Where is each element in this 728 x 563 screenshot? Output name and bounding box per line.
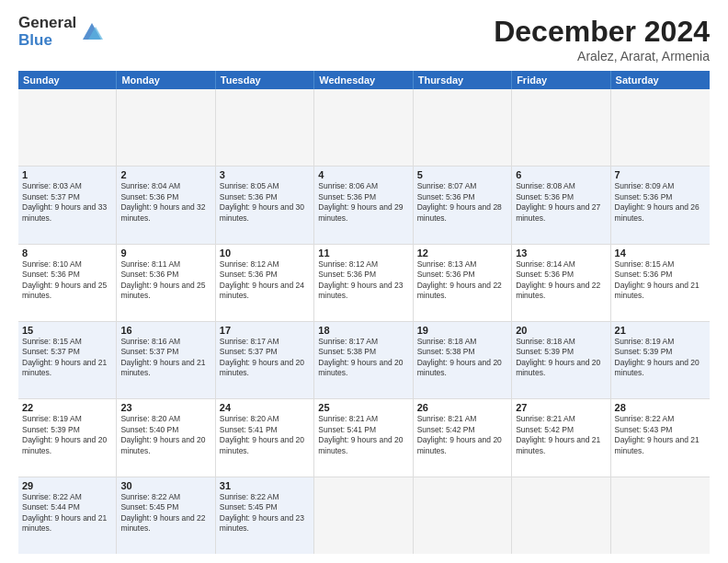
cell-info: Sunrise: 8:12 AMSunset: 5:36 PMDaylight:… [318, 259, 408, 302]
cell-info: Sunrise: 8:18 AMSunset: 5:39 PMDaylight:… [516, 337, 606, 379]
day-number: 31 [220, 480, 310, 491]
cell-info: Sunrise: 8:16 AMSunset: 5:37 PMDaylight:… [120, 337, 210, 379]
calendar-cell [117, 89, 215, 166]
day-number: 15 [22, 325, 112, 336]
cell-info: Sunrise: 8:09 AMSunset: 5:36 PMDaylight:… [615, 181, 706, 224]
cell-info: Sunrise: 8:08 AMSunset: 5:36 PMDaylight:… [516, 181, 606, 224]
header-friday: Friday [512, 71, 610, 89]
cell-info: Sunrise: 8:11 AMSunset: 5:36 PMDaylight:… [120, 259, 210, 302]
logo-text: General Blue [18, 15, 76, 49]
subtitle: Aralez, Ararat, Armenia [494, 49, 710, 63]
day-number: 17 [220, 325, 310, 336]
day-number: 28 [615, 402, 706, 413]
calendar-cell: 7Sunrise: 8:09 AMSunset: 5:36 PMDaylight… [611, 167, 710, 243]
calendar-week-4: 22Sunrise: 8:19 AMSunset: 5:39 PMDayligh… [18, 399, 710, 477]
cell-info: Sunrise: 8:22 AMSunset: 5:44 PMDaylight:… [22, 492, 112, 534]
calendar-cell: 28Sunrise: 8:22 AMSunset: 5:43 PMDayligh… [611, 399, 710, 476]
calendar-cell: 11Sunrise: 8:12 AMSunset: 5:36 PMDayligh… [314, 245, 413, 321]
calendar-cell: 30Sunrise: 8:22 AMSunset: 5:45 PMDayligh… [117, 477, 215, 554]
day-number: 29 [22, 480, 112, 491]
header-thursday: Thursday [414, 71, 512, 89]
cell-info: Sunrise: 8:17 AMSunset: 5:38 PMDaylight:… [318, 337, 408, 379]
logo-icon [79, 19, 105, 47]
day-number: 11 [318, 247, 408, 259]
calendar-week-1: 1Sunrise: 8:03 AMSunset: 5:37 PMDaylight… [18, 167, 710, 244]
day-number: 19 [417, 325, 507, 336]
cell-info: Sunrise: 8:12 AMSunset: 5:36 PMDaylight:… [220, 259, 310, 302]
day-number: 16 [120, 325, 210, 336]
day-number: 21 [615, 325, 706, 336]
day-number: 24 [220, 402, 310, 413]
day-number: 18 [318, 325, 408, 336]
day-number: 9 [120, 247, 210, 259]
calendar-cell: 14Sunrise: 8:15 AMSunset: 5:36 PMDayligh… [611, 245, 710, 321]
cell-info: Sunrise: 8:05 AMSunset: 5:36 PMDaylight:… [220, 181, 310, 224]
cell-info: Sunrise: 8:07 AMSunset: 5:36 PMDaylight:… [417, 181, 507, 224]
day-number: 22 [22, 402, 112, 413]
calendar-cell: 24Sunrise: 8:20 AMSunset: 5:41 PMDayligh… [216, 399, 314, 476]
calendar-cell: 9Sunrise: 8:11 AMSunset: 5:36 PMDaylight… [117, 245, 215, 321]
day-number: 23 [120, 402, 210, 413]
calendar-week-5: 29Sunrise: 8:22 AMSunset: 5:44 PMDayligh… [18, 477, 710, 554]
cell-info: Sunrise: 8:17 AMSunset: 5:37 PMDaylight:… [220, 337, 310, 379]
calendar-cell: 20Sunrise: 8:18 AMSunset: 5:39 PMDayligh… [512, 322, 610, 398]
day-number: 5 [417, 169, 507, 180]
cell-info: Sunrise: 8:20 AMSunset: 5:40 PMDaylight:… [120, 414, 210, 456]
calendar-cell: 26Sunrise: 8:21 AMSunset: 5:42 PMDayligh… [414, 399, 512, 476]
cell-info: Sunrise: 8:22 AMSunset: 5:45 PMDaylight:… [220, 492, 310, 534]
calendar-cell: 2Sunrise: 8:04 AMSunset: 5:36 PMDaylight… [117, 167, 215, 243]
calendar-cell: 18Sunrise: 8:17 AMSunset: 5:38 PMDayligh… [314, 322, 413, 398]
cell-info: Sunrise: 8:22 AMSunset: 5:43 PMDaylight:… [615, 414, 706, 456]
calendar-body: 1Sunrise: 8:03 AMSunset: 5:37 PMDaylight… [18, 89, 710, 554]
cell-info: Sunrise: 8:13 AMSunset: 5:36 PMDaylight:… [417, 259, 507, 302]
calendar-week-3: 15Sunrise: 8:15 AMSunset: 5:37 PMDayligh… [18, 322, 710, 399]
cell-info: Sunrise: 8:22 AMSunset: 5:45 PMDaylight:… [120, 492, 210, 534]
calendar-cell: 12Sunrise: 8:13 AMSunset: 5:36 PMDayligh… [414, 245, 512, 321]
calendar-week-2: 8Sunrise: 8:10 AMSunset: 5:36 PMDaylight… [18, 245, 710, 322]
calendar-cell: 6Sunrise: 8:08 AMSunset: 5:36 PMDaylight… [512, 167, 610, 243]
calendar-cell [414, 477, 512, 554]
calendar-cell: 3Sunrise: 8:05 AMSunset: 5:36 PMDaylight… [216, 167, 314, 243]
logo-general: General [18, 15, 76, 32]
calendar-cell: 27Sunrise: 8:21 AMSunset: 5:42 PMDayligh… [512, 399, 610, 476]
calendar-cell: 5Sunrise: 8:07 AMSunset: 5:36 PMDaylight… [414, 167, 512, 243]
calendar-cell [314, 89, 413, 166]
calendar-cell: 16Sunrise: 8:16 AMSunset: 5:37 PMDayligh… [117, 322, 215, 398]
cell-info: Sunrise: 8:10 AMSunset: 5:36 PMDaylight:… [22, 259, 112, 302]
page: General Blue December 2024 Aralez, Arara… [0, 0, 728, 563]
calendar-cell: 22Sunrise: 8:19 AMSunset: 5:39 PMDayligh… [18, 399, 117, 476]
cell-info: Sunrise: 8:21 AMSunset: 5:42 PMDaylight:… [417, 414, 507, 456]
day-number: 13 [516, 247, 606, 259]
calendar-cell: 23Sunrise: 8:20 AMSunset: 5:40 PMDayligh… [117, 399, 215, 476]
day-number: 3 [220, 169, 310, 180]
calendar-cell: 1Sunrise: 8:03 AMSunset: 5:37 PMDaylight… [18, 167, 117, 243]
logo-blue: Blue [18, 32, 76, 50]
calendar-cell: 13Sunrise: 8:14 AMSunset: 5:36 PMDayligh… [512, 245, 610, 321]
calendar-cell [18, 89, 117, 166]
calendar-cell: 15Sunrise: 8:15 AMSunset: 5:37 PMDayligh… [18, 322, 117, 398]
cell-info: Sunrise: 8:04 AMSunset: 5:36 PMDaylight:… [120, 181, 210, 224]
calendar-cell [611, 89, 710, 166]
cell-info: Sunrise: 8:03 AMSunset: 5:37 PMDaylight:… [22, 181, 112, 224]
day-number: 12 [417, 247, 507, 259]
header-saturday: Saturday [611, 71, 710, 89]
cell-info: Sunrise: 8:19 AMSunset: 5:39 PMDaylight:… [22, 414, 112, 456]
calendar-cell: 25Sunrise: 8:21 AMSunset: 5:41 PMDayligh… [314, 399, 413, 476]
header: General Blue December 2024 Aralez, Arara… [18, 15, 710, 63]
title-block: December 2024 Aralez, Ararat, Armenia [494, 15, 710, 63]
cell-info: Sunrise: 8:15 AMSunset: 5:37 PMDaylight:… [22, 337, 112, 379]
calendar-header: Sunday Monday Tuesday Wednesday Thursday… [18, 71, 710, 89]
calendar-cell [512, 477, 610, 554]
calendar-week-0 [18, 89, 710, 167]
calendar: Sunday Monday Tuesday Wednesday Thursday… [18, 71, 710, 554]
calendar-cell: 19Sunrise: 8:18 AMSunset: 5:38 PMDayligh… [414, 322, 512, 398]
header-wednesday: Wednesday [314, 71, 413, 89]
day-number: 27 [516, 402, 606, 413]
calendar-cell [611, 477, 710, 554]
day-number: 10 [220, 247, 310, 259]
cell-info: Sunrise: 8:21 AMSunset: 5:42 PMDaylight:… [516, 414, 606, 456]
day-number: 7 [615, 169, 706, 180]
calendar-cell: 10Sunrise: 8:12 AMSunset: 5:36 PMDayligh… [216, 245, 314, 321]
cell-info: Sunrise: 8:19 AMSunset: 5:39 PMDaylight:… [615, 337, 706, 379]
calendar-cell [314, 477, 413, 554]
